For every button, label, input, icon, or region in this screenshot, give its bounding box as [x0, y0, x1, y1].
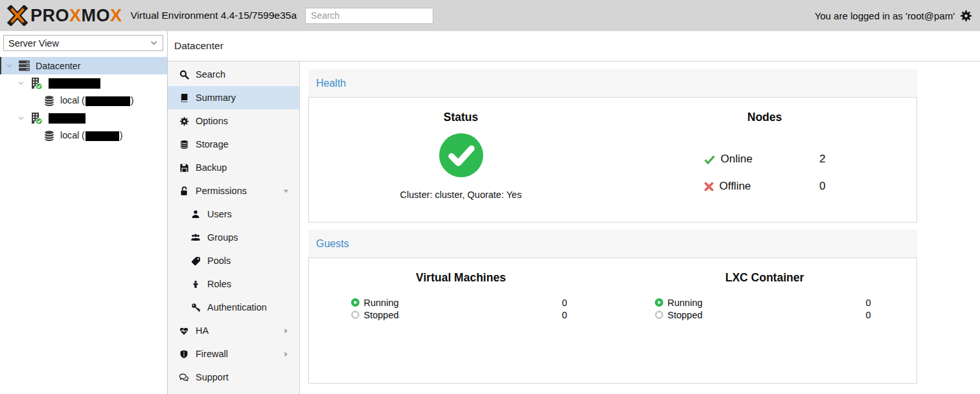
- page-title: Datacenter: [174, 40, 223, 52]
- summary-content: Health Status Cluster: cluster, Quorate:…: [300, 61, 980, 394]
- vm-stopped-row: Stopped 0: [351, 309, 571, 321]
- offline-count: 0: [819, 180, 825, 193]
- gear-icon: [178, 116, 190, 126]
- menu-item-search[interactable]: Search: [168, 63, 299, 86]
- proxmox-x-icon: [6, 5, 28, 26]
- redacted-node-name: [48, 78, 101, 89]
- person-icon: [190, 279, 201, 289]
- menu-item-ha[interactable]: HA: [168, 319, 299, 342]
- menu-item-groups[interactable]: Groups: [168, 226, 299, 249]
- health-panel: Health Status Cluster: cluster, Quorate:…: [308, 69, 917, 223]
- menu-item-firewall[interactable]: Firewall: [168, 342, 299, 366]
- nodes-online-row: Online 2: [704, 146, 826, 173]
- floppy-icon: [178, 163, 190, 173]
- status-header: Status: [444, 111, 478, 124]
- vm-header: Virtual Machines: [309, 271, 613, 285]
- storage-icon: [43, 95, 55, 107]
- gear-icon[interactable]: [960, 10, 972, 22]
- nodes-offline-row: Offline 0: [704, 173, 826, 200]
- lxc-running-row: Running 0: [655, 296, 875, 309]
- redacted-node-name: [48, 113, 86, 124]
- unlock-icon: [178, 186, 190, 196]
- tree-item-node[interactable]: [0, 74, 167, 92]
- search-icon: [178, 70, 190, 80]
- guests-panel-title: Guests: [308, 230, 917, 257]
- tag-icon: [190, 256, 201, 266]
- storage-icon: [43, 130, 55, 142]
- lxc-header: LXC Container: [613, 271, 917, 285]
- menu-item-roles[interactable]: Roles: [168, 272, 299, 296]
- status-ok-icon: [439, 133, 483, 180]
- tree-item-node[interactable]: [0, 109, 167, 127]
- menu-item-support[interactable]: Support: [168, 366, 299, 389]
- book-icon: [178, 93, 190, 103]
- menu-item-storage[interactable]: Storage: [168, 133, 299, 156]
- tree-item-datacenter[interactable]: Datacenter: [0, 57, 167, 74]
- nodes-column: Nodes Online 2: [613, 98, 917, 222]
- resource-tree-sidebar: Server View Datacenter: [0, 31, 168, 394]
- menu-item-pools[interactable]: Pools: [168, 249, 299, 272]
- online-count: 2: [819, 153, 825, 166]
- storage-label: local (): [60, 130, 123, 141]
- vm-column: Virtual Machines Running 0: [309, 258, 613, 383]
- guests-panel: Guests Virtual Machines Running 0: [308, 230, 917, 384]
- cluster-status-column: Status Cluster: cluster, Quorate: Yes: [309, 98, 613, 222]
- menu-item-users[interactable]: Users: [168, 202, 299, 226]
- comments-icon: [178, 373, 190, 382]
- expander-icon[interactable]: [6, 62, 14, 69]
- menu-item-options[interactable]: Options: [168, 109, 299, 133]
- check-icon: [704, 154, 715, 165]
- health-panel-title: Health: [308, 69, 917, 97]
- topbar: PROXMOX Virtual Environment 4.4-15/7599e…: [0, 0, 980, 31]
- expander-icon[interactable]: [17, 115, 26, 122]
- menu-item-backup[interactable]: Backup: [168, 156, 299, 179]
- view-selector-value: Server View: [8, 38, 59, 49]
- user-icon: [190, 210, 201, 219]
- vm-running-row: Running 0: [351, 296, 571, 309]
- vm-running-count: 0: [562, 298, 567, 308]
- resource-tree: Datacenter: [0, 57, 167, 144]
- proxmox-logo: PROXMOX: [6, 5, 122, 26]
- play-circle-icon: [655, 298, 663, 307]
- play-circle-icon: [351, 298, 359, 307]
- node-online-icon: [30, 112, 43, 125]
- cluster-status-text: Cluster: cluster, Quorate: Yes: [400, 190, 522, 200]
- search-input[interactable]: [305, 8, 433, 24]
- menu-item-permissions[interactable]: Permissions: [168, 179, 299, 202]
- nodes-header: Nodes: [613, 111, 917, 124]
- vm-stopped-count: 0: [562, 310, 567, 320]
- menu-item-summary[interactable]: Summary: [168, 86, 299, 109]
- logo-wordmark: PROXMOX: [30, 6, 122, 26]
- view-selector-dropdown[interactable]: Server View: [3, 35, 163, 51]
- key-icon: [190, 303, 201, 312]
- tree-item-storage[interactable]: local (): [0, 127, 167, 144]
- breadcrumb: Datacenter: [168, 31, 980, 61]
- storage-label: local (): [60, 95, 134, 106]
- database-icon: [178, 140, 190, 149]
- caret-right-icon: [282, 351, 290, 358]
- heartbeat-icon: [178, 326, 190, 336]
- lxc-stopped-row: Stopped 0: [655, 309, 875, 321]
- menu-item-authentication[interactable]: Authentication: [168, 296, 299, 319]
- datacenter-menu: Search Summary Options Storage: [168, 61, 300, 394]
- lxc-stopped-count: 0: [865, 310, 871, 320]
- stopped-circle-icon: [655, 311, 663, 319]
- login-status: You are logged in as 'root@pam': [815, 10, 955, 21]
- lxc-column: LXC Container Running 0: [613, 258, 917, 383]
- cross-icon: [704, 182, 714, 192]
- node-online-icon: [30, 77, 43, 90]
- datacenter-icon: [18, 60, 30, 71]
- tree-item-label: Datacenter: [36, 61, 80, 71]
- lxc-running-count: 0: [865, 298, 871, 308]
- users-group-icon: [190, 233, 201, 242]
- version-label: Virtual Environment 4.4-15/7599e35a: [131, 10, 297, 21]
- expander-icon[interactable]: [17, 80, 26, 87]
- caret-right-icon: [282, 327, 290, 334]
- stopped-circle-icon: [351, 311, 359, 319]
- chevron-down-icon: [150, 39, 158, 47]
- shield-icon: [178, 349, 190, 359]
- caret-down-icon: [282, 188, 290, 195]
- tree-item-storage[interactable]: local (): [0, 92, 167, 109]
